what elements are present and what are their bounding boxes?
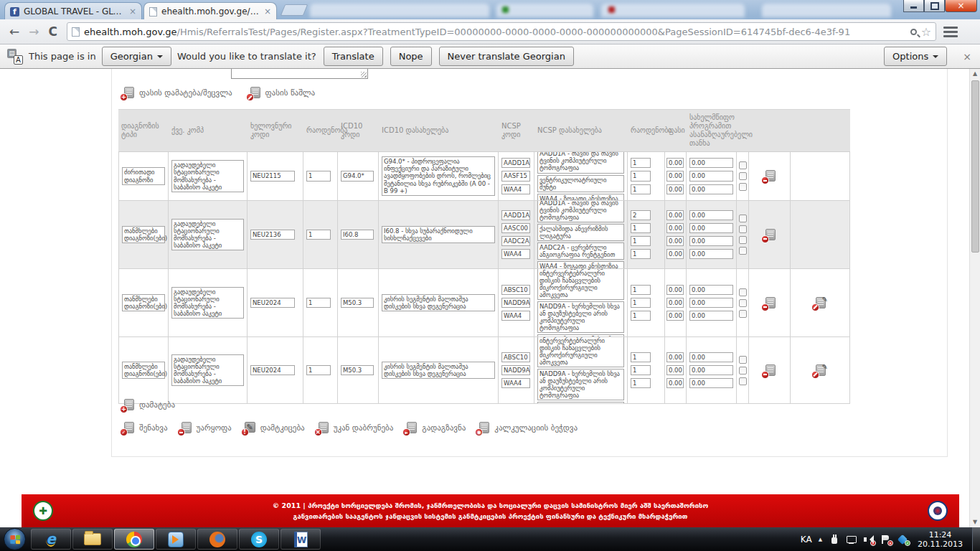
row-checkbox[interactable]: [739, 367, 747, 375]
taskbar-app-firefox[interactable]: [197, 529, 237, 550]
back-button[interactable]: უკან დაბრუნება: [316, 422, 394, 434]
amount-input[interactable]: 0.00: [689, 184, 733, 194]
price-input[interactable]: 0.00: [666, 223, 684, 233]
ncsp-name-input[interactable]: WAA4 - ზოგადი ანესთეზია: [537, 194, 624, 200]
amount-input[interactable]: 0.00: [689, 236, 733, 246]
price-input[interactable]: 0.00: [666, 378, 684, 388]
reload-icon[interactable]: C: [49, 26, 57, 38]
ncsp-quantity-input[interactable]: 1: [631, 378, 651, 388]
chrome-menu-icon[interactable]: [943, 27, 958, 37]
save-button[interactable]: შენახვა: [122, 422, 168, 434]
taskbar-app-windows-explorer[interactable]: [72, 529, 113, 550]
icd10-name-input[interactable]: G94.0* - ჰიდროცეფალია ინფექციური და პარა…: [382, 156, 495, 195]
row-checkbox[interactable]: [739, 310, 747, 318]
row-checkbox[interactable]: [739, 225, 747, 233]
search-icon[interactable]: [910, 29, 917, 35]
price-input[interactable]: 0.00: [666, 365, 684, 375]
ncsp-name-input[interactable]: NADD9A - ხერხემლის სხვა ან დაუზუსტებელი …: [537, 301, 624, 333]
row-checkbox[interactable]: [739, 377, 747, 385]
delete-row-button[interactable]: [763, 229, 776, 241]
quantity-input[interactable]: 1: [306, 171, 331, 181]
scrollbar-thumb[interactable]: [971, 80, 979, 253]
ncsp-code-input[interactable]: AADC2A: [501, 236, 530, 246]
diagnosis-type-input[interactable]: თანმხლები დიაგნოზი(ები): [122, 294, 165, 311]
quantity-input[interactable]: 1: [306, 298, 331, 308]
price-input[interactable]: 0.00: [666, 249, 684, 259]
diagnosis-type-input[interactable]: ძირითადი დიაგნოზი: [122, 167, 165, 184]
price-input[interactable]: 0.00: [666, 184, 684, 194]
volume-muted-icon[interactable]: /: [863, 534, 874, 545]
ncsp-code-input[interactable]: WAA4: [501, 378, 530, 388]
ncsp-code-input[interactable]: NADD9A: [501, 298, 530, 308]
artificial-code-input[interactable]: NEU2115: [250, 171, 295, 181]
power-plug-icon[interactable]: [829, 534, 839, 545]
price-input[interactable]: 0.00: [666, 298, 684, 308]
row-checkbox[interactable]: [739, 215, 747, 222]
edit-row-button[interactable]: ✎: [814, 364, 826, 377]
icd10-name-input[interactable]: I60.8 - სხვა სუბარაქნოიდული სისხლჩაქცევე…: [382, 226, 495, 243]
ncsp-quantity-input[interactable]: 1: [631, 158, 651, 168]
close-button[interactable]: ×: [945, 0, 977, 12]
tab-close-icon[interactable]: ×: [129, 7, 136, 16]
price-input[interactable]: 0.00: [666, 158, 684, 168]
diagnosis-type-input[interactable]: თანმხლები დიაგნოზი(ები): [122, 362, 165, 379]
tab-ehealth[interactable]: ehealth.moh.gov.ge/Hmis ×: [143, 2, 277, 19]
sub-component-input[interactable]: გადაუდებელი სტაციონარული მომსახურება - ს…: [171, 287, 244, 319]
translate-bar-close-icon[interactable]: ×: [963, 51, 971, 62]
price-input[interactable]: 0.00: [666, 352, 684, 362]
ncsp-quantity-input[interactable]: 1: [631, 249, 651, 259]
taskbar-app-media-player[interactable]: [156, 529, 196, 550]
ncsp-quantity-input[interactable]: 1: [631, 236, 651, 246]
dropbox-icon[interactable]: ✓: [897, 534, 908, 545]
ncsp-name-input[interactable]: WAA4 - ზოგადი ანესთეზია: [537, 402, 624, 403]
amount-input[interactable]: 0.00: [689, 171, 733, 181]
row-checkbox[interactable]: [739, 172, 747, 180]
scroll-down-icon[interactable]: ▼: [970, 517, 980, 527]
reject-button[interactable]: უარყოფა: [179, 422, 232, 434]
sub-component-input[interactable]: გადაუდებელი სტაციონარული მომსახურება - ს…: [171, 160, 244, 192]
ncsp-name-input[interactable]: NADD9A - ხერხემლის სხვა ან დაუზუსტებელი …: [537, 369, 624, 400]
ncsp-name-input[interactable]: ვენტრიკულოატრიული შუნტი: [537, 175, 624, 192]
delete-row-button[interactable]: [763, 364, 776, 377]
ncsp-name-input[interactable]: AADD1A - თავის და თავის ტვინის კომპიუტერ…: [537, 152, 624, 174]
ncsp-quantity-input[interactable]: 1: [631, 365, 651, 375]
artificial-code-input[interactable]: NEU2024: [250, 365, 295, 375]
amount-input[interactable]: 0.00: [689, 223, 733, 233]
network-monitor-icon[interactable]: [846, 534, 857, 545]
artificial-code-input[interactable]: NEU2024: [250, 298, 295, 308]
language-indicator[interactable]: KA: [801, 534, 812, 545]
approve-button[interactable]: ✎ დამტკიცება: [243, 422, 305, 434]
icd10-name-input[interactable]: კისრის სეგმენტის მალთაშუა დისკების სხვა …: [382, 294, 495, 311]
ncsp-name-input[interactable]: WAA4 - ზოგადი ანესთეზია: [537, 261, 624, 268]
send-button[interactable]: გადაგზავნა: [405, 422, 466, 434]
ncsp-quantity-input[interactable]: 1: [631, 352, 651, 362]
amount-input[interactable]: 0.00: [689, 298, 733, 308]
amount-input[interactable]: 0.00: [689, 285, 733, 295]
ncsp-name-input[interactable]: AADD1A - თავის და თავის ტვინის კომპიუტერ…: [537, 201, 624, 222]
options-dropdown[interactable]: Options: [884, 47, 947, 66]
ncsp-quantity-input[interactable]: 1: [631, 184, 651, 194]
bookmark-star-icon[interactable]: ☆: [921, 25, 931, 39]
ncsp-code-input[interactable]: WAA4: [501, 249, 530, 259]
icd10-name-input[interactable]: კისრის სეგმენტის მალთაშუა დისკების სხვა …: [382, 362, 495, 379]
forward-icon[interactable]: →: [29, 26, 39, 38]
taskbar-app-word[interactable]: W: [281, 529, 321, 550]
ncsp-quantity-input[interactable]: 1: [631, 311, 651, 321]
taskbar-app-internet-explorer[interactable]: e: [31, 529, 71, 550]
ncsp-name-input[interactable]: WAA4 - ზოგადი ანესთეზია: [537, 334, 624, 336]
translate-button[interactable]: Translate: [324, 47, 383, 66]
ncsp-name-input[interactable]: ABSC10 - ცერვიკალური ინტერვერტებრალური დ…: [537, 269, 624, 300]
diagnosis-type-input[interactable]: თანმხლები დიაგნოზი(ები): [122, 226, 165, 243]
start-button[interactable]: [4, 528, 26, 550]
amount-input[interactable]: 0.00: [689, 311, 733, 321]
sub-component-input[interactable]: გადაუდებელი სტაციონარული მომსახურება - ს…: [171, 219, 244, 250]
taskbar-app-skype[interactable]: S: [239, 529, 279, 550]
ncsp-quantity-input[interactable]: 1: [631, 223, 651, 233]
action-center-error-icon[interactable]: ×: [880, 534, 891, 545]
nope-button[interactable]: Nope: [390, 47, 432, 66]
print-calculation-button[interactable]: კალკულაციის ბეჭდვა: [477, 422, 578, 434]
ncsp-code-input[interactable]: WAA4: [501, 184, 530, 194]
price-input[interactable]: 0.00: [666, 311, 684, 321]
ncsp-code-input[interactable]: ABSC10: [501, 285, 530, 295]
row-checkbox[interactable]: [739, 299, 747, 307]
